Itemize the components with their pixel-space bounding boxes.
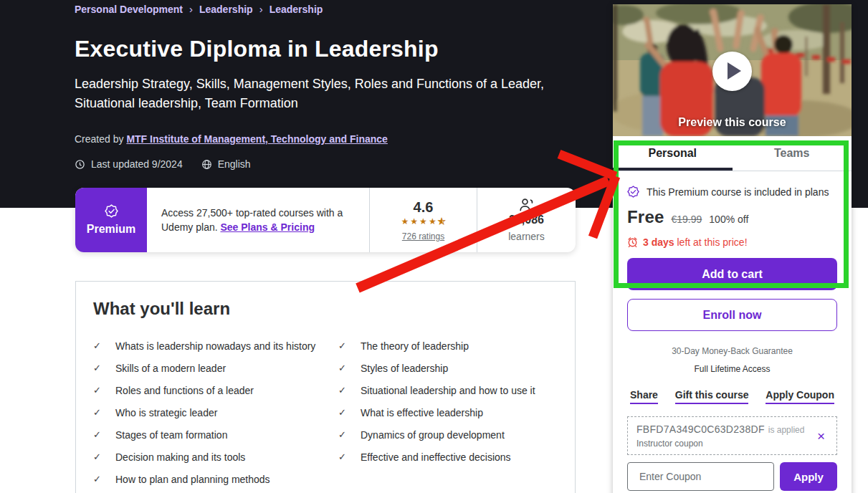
coupon-input[interactable] <box>627 462 774 491</box>
preview-course-label: Preview this course <box>613 116 852 129</box>
star-rating: ★ ★ ★ ★ ★★ <box>401 216 446 226</box>
play-icon <box>728 62 741 80</box>
current-price: Free <box>627 207 664 227</box>
star-icon: ★ <box>410 216 418 226</box>
premium-banner-card: Premium Access 27,500+ top-rated courses… <box>75 188 576 252</box>
play-button[interactable] <box>712 52 752 91</box>
check-icon: ✓ <box>93 451 103 463</box>
what-youll-learn-panel: What you'll learn ✓Whats is leadership n… <box>75 281 576 493</box>
tab-teams[interactable]: Teams <box>733 136 852 171</box>
apply-coupon-button[interactable]: Apply <box>780 462 837 491</box>
ratings-count-link[interactable]: 726 ratings <box>402 231 444 241</box>
list-item: ✓Dynamics of group development <box>338 429 535 441</box>
price-countdown: 3 days left at this price! <box>627 236 837 248</box>
instructor-link[interactable]: MTF Institute of Management, Technology … <box>126 133 388 145</box>
premium-included-row: This Premium course is included in plans <box>627 186 837 198</box>
breadcrumb-link-leadership[interactable]: Leadership <box>199 4 253 15</box>
money-back-guarantee: 30-Day Money-Back Guarantee <box>627 346 837 356</box>
gift-course-link[interactable]: Gift this course <box>675 389 749 404</box>
premium-badge: Premium <box>75 188 147 252</box>
created-by-label: Created by <box>75 133 126 145</box>
countdown-days: 3 days <box>643 236 674 248</box>
check-icon: ✓ <box>338 363 348 374</box>
course-language: English <box>218 158 251 170</box>
tab-personal[interactable]: Personal <box>613 136 733 171</box>
list-item: ✓Stages of team formation <box>93 429 338 441</box>
learn-heading: What you'll learn <box>93 299 558 319</box>
breadcrumb-link-personal-development[interactable]: Personal Development <box>75 4 183 15</box>
list-item: ✓Skills of a modern leader <box>93 363 338 374</box>
clock-icon <box>75 159 85 170</box>
applied-coupon-box: FBFD7A349C0C63D238DFis applied Instructo… <box>627 416 837 455</box>
premium-banner-text: Access 27,500+ top-rated courses with a … <box>147 188 369 252</box>
premium-badge-label: Premium <box>87 223 135 236</box>
premium-rosette-icon <box>105 204 118 218</box>
coupon-type: Instructor coupon <box>636 439 814 449</box>
check-icon: ✓ <box>338 451 348 463</box>
globe-icon <box>201 159 212 170</box>
star-icon: ★ <box>429 216 437 226</box>
check-icon: ✓ <box>93 363 103 374</box>
alarm-clock-icon <box>627 236 638 248</box>
list-item: ✓Whats is leadership nowadays and its hi… <box>93 340 338 352</box>
chevron-right-icon: › <box>189 3 193 15</box>
remove-coupon-icon[interactable]: × <box>814 429 828 443</box>
star-icon: ★ <box>419 216 427 226</box>
last-updated-text: Last updated 9/2024 <box>91 158 183 170</box>
enroll-now-button[interactable]: Enroll now <box>627 299 837 331</box>
course-preview-video[interactable]: Preview this course <box>613 4 852 136</box>
check-icon: ✓ <box>93 385 103 396</box>
coupon-entry-row: Apply <box>627 462 837 491</box>
page-title: Executive Diploma in Leadership <box>75 36 439 62</box>
rating-value: 4.6 <box>414 199 434 216</box>
learners-label: learners <box>508 231 545 242</box>
premium-included-text: This Premium course is included in plans <box>647 186 829 198</box>
check-icon: ✓ <box>93 407 103 418</box>
list-item: ✓Roles and functions of a leader <box>93 385 338 396</box>
share-link[interactable]: Share <box>630 389 658 404</box>
list-item: ✓Situational leadership and how to use i… <box>338 385 535 396</box>
apply-coupon-link[interactable]: Apply Coupon <box>766 389 834 404</box>
check-icon: ✓ <box>93 340 103 352</box>
list-item: ✓What is effective leadership <box>338 407 535 418</box>
discount-percent: 100% off <box>709 214 748 225</box>
price-row: Free €19.99 100% off <box>627 207 837 227</box>
countdown-rest: left at this price! <box>674 236 748 248</box>
learners-summary: 31,086 learners <box>477 188 576 252</box>
created-by-line: Created by MTF Institute of Management, … <box>75 133 388 145</box>
course-meta-row: Last updated 9/2024 English <box>75 158 251 170</box>
breadcrumb-link-leadership-2[interactable]: Leadership <box>270 4 323 15</box>
course-action-links: Share Gift this course Apply Coupon <box>627 389 837 404</box>
chevron-right-icon: › <box>259 3 263 15</box>
learn-list-left: ✓Whats is leadership nowadays and its hi… <box>93 340 338 485</box>
pricing-tabs: Personal Teams <box>613 136 852 171</box>
check-icon: ✓ <box>338 429 348 441</box>
course-subtitle: Leadership Strategy, Skills, Management … <box>75 75 548 113</box>
learners-count: 31,086 <box>509 214 544 226</box>
check-icon: ✓ <box>338 407 348 418</box>
star-half-icon: ★★ <box>438 216 446 226</box>
add-to-cart-button[interactable]: Add to cart <box>627 258 837 290</box>
check-icon: ✓ <box>93 429 103 441</box>
rating-summary: 4.6 ★ ★ ★ ★ ★★ 726 ratings <box>369 188 477 252</box>
list-item: ✓Styles of leadership <box>338 363 535 374</box>
breadcrumb: Personal Development › Leadership › Lead… <box>75 3 323 15</box>
premium-plan-badge-icon <box>627 186 639 198</box>
learn-list-right: ✓The theory of leadership ✓Styles of lea… <box>338 340 535 485</box>
list-item: ✓Decision making and its tools <box>93 451 338 463</box>
check-icon: ✓ <box>338 340 348 352</box>
lifetime-access: Full Lifetime Access <box>627 364 837 374</box>
coupon-code: FBFD7A349C0C63D238DF <box>636 423 765 435</box>
see-plans-pricing-link[interactable]: See Plans & Pricing <box>220 221 315 233</box>
original-price: €19.99 <box>672 214 702 225</box>
learners-icon <box>518 198 535 212</box>
check-icon: ✓ <box>338 385 348 396</box>
list-item: ✓Effective and ineffective decisions <box>338 451 535 463</box>
coupon-applied-text: is applied <box>768 425 805 435</box>
list-item: ✓The theory of leadership <box>338 340 535 352</box>
purchase-sidebar-card: Preview this course Personal Teams This … <box>613 4 852 493</box>
list-item: ✓Who is strategic leader <box>93 407 338 418</box>
check-icon: ✓ <box>93 474 103 485</box>
list-item: ✓How to plan and planning methods <box>93 474 338 485</box>
star-icon: ★ <box>401 216 409 226</box>
